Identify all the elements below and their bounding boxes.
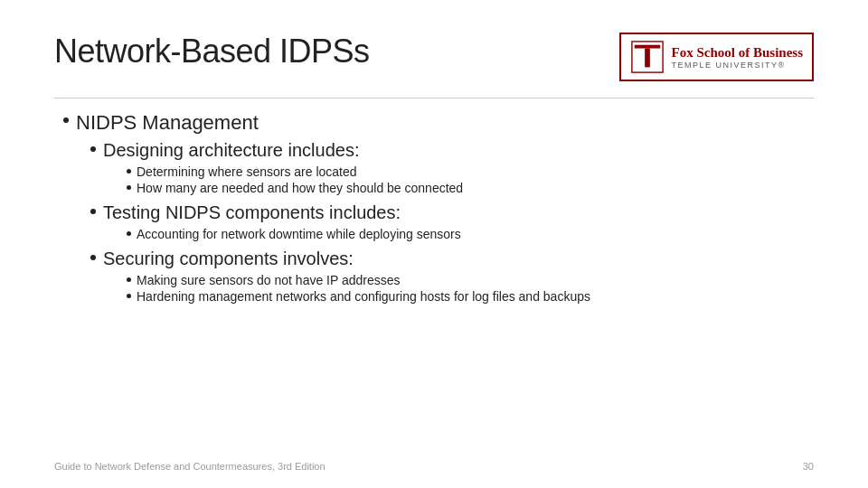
- logo-fox-line: Fox School of Business: [672, 44, 803, 61]
- level3-bullet-icon-2-1: [127, 294, 131, 298]
- slide-header: Network-Based IDPSs Fox School of Busine…: [54, 33, 814, 81]
- logo-box: Fox School of Business TEMPLE UNIVERSITY…: [619, 33, 814, 81]
- level3-item-0-0: Determining where sensors are located: [127, 164, 814, 179]
- level1-item: NIDPS Management: [63, 111, 814, 135]
- footer-citation: Guide to Network Defense and Countermeas…: [54, 461, 326, 472]
- logo-temple-line: TEMPLE UNIVERSITY®: [672, 61, 803, 70]
- level2-item-0: Designing architecture includes:: [90, 140, 814, 161]
- svg-rect-2: [645, 49, 650, 68]
- level2-bullet-icon-0: [90, 146, 96, 152]
- level3-bullet-icon-0-1: [127, 185, 131, 190]
- level2-bullet-icon-2: [90, 255, 96, 260]
- level3-text-1-0: Accounting for network downtime while de…: [137, 227, 461, 241]
- level2-label-1: Testing NIDPS components includes:: [103, 202, 401, 223]
- level2-item-1: Testing NIDPS components includes:: [90, 202, 814, 223]
- footer-page: 30: [803, 461, 814, 472]
- slide: Network-Based IDPSs Fox School of Busine…: [0, 0, 868, 488]
- level3-item-0-1: How many are needed and how they should …: [127, 181, 814, 195]
- level3-bullet-icon-2-0: [127, 277, 131, 282]
- level3-text-0-0: Determining where sensors are located: [137, 164, 357, 179]
- slide-title: Network-Based IDPSs: [54, 33, 370, 70]
- level1-label: NIDPS Management: [76, 111, 259, 135]
- level3-item-1-0: Accounting for network downtime while de…: [127, 227, 814, 241]
- level3-bullet-icon-0-0: [127, 169, 131, 174]
- temple-t-icon: [630, 40, 665, 74]
- level3-item-2-1: Hardening management networks and config…: [127, 289, 814, 304]
- level3-text-2-1: Hardening management networks and config…: [137, 289, 590, 304]
- logo-text-area: Fox School of Business TEMPLE UNIVERSITY…: [672, 44, 803, 70]
- level3-item-2-0: Making sure sensors do not have IP addre…: [127, 273, 814, 287]
- level3-text-0-1: How many are needed and how they should …: [137, 181, 463, 195]
- slide-footer: Guide to Network Defense and Countermeas…: [0, 461, 868, 472]
- level3-bullet-icon-1-0: [127, 231, 131, 236]
- level2-label-2: Securing components involves:: [103, 249, 354, 269]
- level2-item-2: Securing components involves:: [90, 249, 814, 269]
- level3-text-2-0: Making sure sensors do not have IP addre…: [137, 273, 401, 287]
- header-divider: [54, 98, 814, 99]
- svg-rect-1: [634, 45, 660, 49]
- level1-bullet-icon: [63, 117, 69, 123]
- level2-bullet-icon-1: [90, 209, 96, 214]
- level2-label-0: Designing architecture includes:: [103, 140, 360, 161]
- slide-content: NIDPS Management Designing architecture …: [54, 111, 814, 304]
